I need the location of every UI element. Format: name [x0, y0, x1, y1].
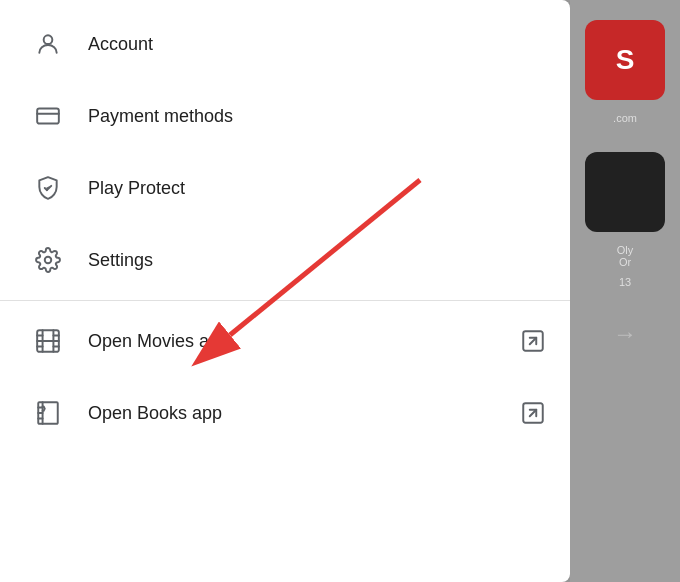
- right-background-panel: S .com OlyOr 13 →: [570, 0, 680, 582]
- right-arrow-icon: →: [613, 320, 637, 348]
- menu-item-payment[interactable]: Payment methods: [0, 80, 570, 152]
- film-icon: [24, 328, 72, 354]
- person-icon: [24, 31, 72, 57]
- gear-icon: [24, 247, 72, 273]
- menu-item-play-protect[interactable]: Play Protect: [0, 152, 570, 224]
- app-count: 13: [619, 276, 631, 288]
- menu-divider: [0, 300, 570, 301]
- menu-item-movies[interactable]: Open Movies app: [0, 305, 570, 377]
- shield-icon: [24, 175, 72, 201]
- app-card-dark: [585, 152, 665, 232]
- menu-panel: Account Payment methods Play Protect: [0, 0, 570, 582]
- account-label: Account: [88, 34, 546, 55]
- app-card-red: S: [585, 20, 665, 100]
- credit-card-icon: [24, 103, 72, 129]
- payment-label: Payment methods: [88, 106, 546, 127]
- menu-item-books[interactable]: Open Books app: [0, 377, 570, 449]
- svg-point-0: [44, 35, 53, 44]
- menu-item-settings[interactable]: Settings: [0, 224, 570, 296]
- movies-label: Open Movies app: [88, 331, 520, 352]
- app-label-com: .com: [613, 112, 637, 124]
- menu-item-account[interactable]: Account: [0, 8, 570, 80]
- books-label: Open Books app: [88, 403, 520, 424]
- app-label-oly: OlyOr: [617, 244, 634, 268]
- books-external-icon: [520, 400, 546, 426]
- movies-external-icon: [520, 328, 546, 354]
- book-icon: [24, 400, 72, 426]
- play-protect-label: Play Protect: [88, 178, 546, 199]
- settings-label: Settings: [88, 250, 546, 271]
- svg-rect-1: [37, 108, 59, 123]
- svg-point-6: [45, 257, 52, 264]
